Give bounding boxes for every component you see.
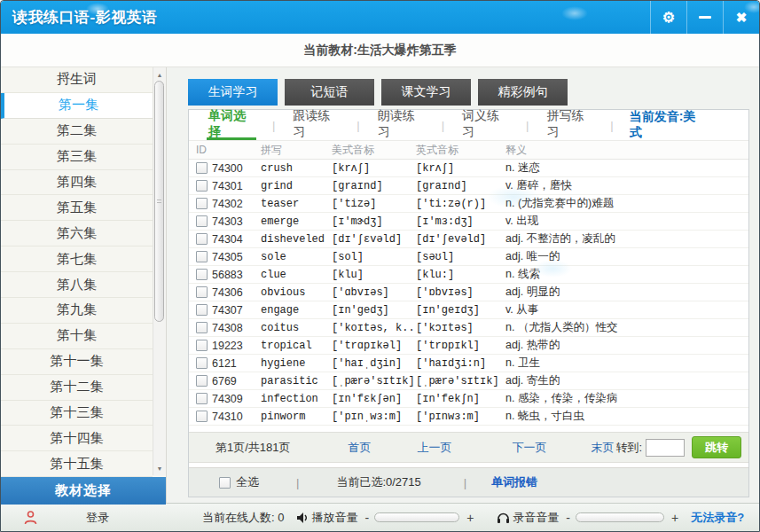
episode-list: 捋生词第一集第二集第三集第四集第五集第六集第七集第八集第九集第十集第十一集第十二… [1,67,166,477]
subtab-3[interactable]: 词义练习 [460,110,510,140]
row-checkbox[interactable] [196,162,208,174]
sidebar-item-5[interactable]: 第五集 [1,195,153,221]
play-volume-slider[interactable] [374,512,459,522]
sidebar-item-8[interactable]: 第八集 [1,272,153,298]
settings-button[interactable]: ⚙ [651,1,686,34]
close-button[interactable]: ✖ [724,1,759,34]
next-page-link[interactable]: 下一页 [513,440,547,456]
scrollbar-thumb[interactable] [154,81,164,322]
row-checkbox[interactable] [196,393,208,404]
tab-0[interactable]: 生词学习 [188,79,278,106]
login-link[interactable]: 登录 [86,510,109,526]
textbook-select-button[interactable]: 教材选择 [1,477,166,505]
row-checkbox[interactable] [196,304,208,316]
report-word-link[interactable]: 单词报错 [491,474,537,490]
row-checkbox[interactable] [196,215,208,227]
minimize-button[interactable] [687,1,723,34]
cell-word: obvious [261,286,332,299]
tab-2[interactable]: 课文学习 [381,79,471,106]
play-volume-up[interactable]: + [466,511,474,525]
sidebar-scrollbar[interactable]: ▲ ▼ [153,67,166,475]
first-page-link[interactable]: 首页 [349,440,372,456]
gear-icon: ⚙ [662,9,675,26]
tab-3[interactable]: 精彩例句 [478,79,568,106]
close-icon: ✖ [736,10,748,26]
cant-record-link[interactable]: 无法录音? [691,510,744,526]
cell-meaning: n. 蛲虫，寸白虫 [505,409,748,424]
row-checkbox[interactable] [196,251,208,262]
cell-uk-phonetic: ['ɒbvɪəs] [416,286,505,299]
sidebar-item-11[interactable]: 第十一集 [1,349,153,375]
cell-word: tropical [261,340,332,352]
cell-uk-phonetic: [dɪ'ʃevəld] [416,233,505,246]
subtab-2[interactable]: 朗读练习 [376,110,426,140]
cell-us-phonetic: [ɪn'ɡedʒ] [332,304,416,317]
table-row: 74304disheveled[dɪ'ʃɛvəld][dɪ'ʃevəld]adj… [189,231,748,248]
cell-id: 19223 [212,340,261,352]
row-checkbox[interactable] [196,269,208,280]
tab-1[interactable]: 记短语 [285,79,374,106]
sidebar-item-15[interactable]: 第十五集 [1,451,153,477]
row-checkbox[interactable] [196,180,208,192]
row-checkbox[interactable] [196,375,208,387]
subtab-4[interactable]: 拼写练习 [545,110,594,140]
cell-uk-phonetic: ['haɪdʒi:n] [416,357,505,370]
row-checkbox[interactable] [196,357,208,369]
row-checkbox[interactable] [196,198,208,209]
cell-meaning: v. 磨碎，磨快 [505,178,748,193]
current-pronunciation-label: 当前发音:美式 [630,110,702,140]
row-checkbox[interactable] [196,286,208,298]
row-checkbox[interactable] [196,340,208,351]
sidebar-item-12[interactable]: 第十二集 [1,375,153,401]
subtab-divider: | [442,110,444,140]
sidebar-item-7[interactable]: 第七集 [1,246,153,272]
cell-us-phonetic: [ɪ'mɝdʒ] [332,215,416,228]
cell-us-phonetic: ['tizə] [332,198,416,210]
cell-meaning: v. 从事 [505,302,748,317]
row-checkbox[interactable] [196,322,208,333]
sidebar-item-14[interactable]: 第十四集 [1,426,153,451]
sidebar-item-13[interactable]: 第十三集 [1,401,153,426]
cell-meaning: n. 感染，传染，传染病 [505,391,748,406]
record-volume-slider[interactable] [576,512,664,522]
sidebar-item-1[interactable]: 第一集 [1,93,153,119]
cell-word: sole [261,251,332,263]
subtab-1[interactable]: 跟读练习 [291,110,341,140]
sidebar: 捋生词第一集第二集第三集第四集第五集第六集第七集第八集第九集第十集第十一集第十二… [1,67,167,503]
divider: | [296,476,299,489]
cell-word: pinworm [261,411,332,423]
sidebar-item-9[interactable]: 第九集 [1,298,153,324]
divider: | [464,476,466,489]
goto-page-input[interactable] [646,439,685,457]
prev-page-link[interactable]: 上一页 [418,440,452,456]
scroll-down-icon[interactable]: ▼ [153,462,166,474]
sidebar-item-0[interactable]: 捋生词 [1,67,153,93]
table-row: 6769parasitic[ˌpærə'sɪtɪk][ˌpærə'sɪtɪk]a… [189,372,748,390]
jump-button[interactable]: 跳转 [692,436,741,458]
cell-uk-phonetic: [ɡraɪnd] [416,180,505,192]
sidebar-item-2[interactable]: 第二集 [1,119,153,145]
sidebar-item-6[interactable]: 第六集 [1,221,153,246]
record-volume-down[interactable]: - [566,511,570,525]
selected-count: 当前已选:0/2715 [336,474,420,490]
page-info: 第1页/共181页 [215,440,291,456]
record-volume-up[interactable]: + [671,511,678,525]
scroll-up-icon[interactable]: ▲ [153,68,166,81]
row-checkbox[interactable] [196,233,208,245]
subtab-0[interactable]: 单词选择 [207,110,256,140]
select-all-checkbox[interactable] [219,477,231,489]
sidebar-item-3[interactable]: 第三集 [1,145,153,170]
titlebar: 读我练口语-影视英语 ⚙ ✖ [1,1,759,34]
main-tabs: 生词学习记短语课文学习精彩例句 [188,79,749,106]
cell-word: teaser [261,198,332,210]
cell-us-phonetic: [klu] [332,269,416,281]
row-checkbox[interactable] [196,411,208,422]
sidebar-item-4[interactable]: 第四集 [1,170,153,196]
sidebar-item-10[interactable]: 第十集 [1,324,153,349]
cell-uk-phonetic: [ɪ'mɜ:dʒ] [416,215,505,228]
cell-id: 56883 [212,269,261,281]
cell-id: 74303 [212,215,261,228]
last-page-link[interactable]: 末页 [592,440,615,456]
play-volume-down[interactable]: - [364,511,369,525]
content-area: 生词学习记短语课文学习精彩例句 单词选择|跟读练习|朗读练习|词义练习|拼写练习… [167,67,759,503]
